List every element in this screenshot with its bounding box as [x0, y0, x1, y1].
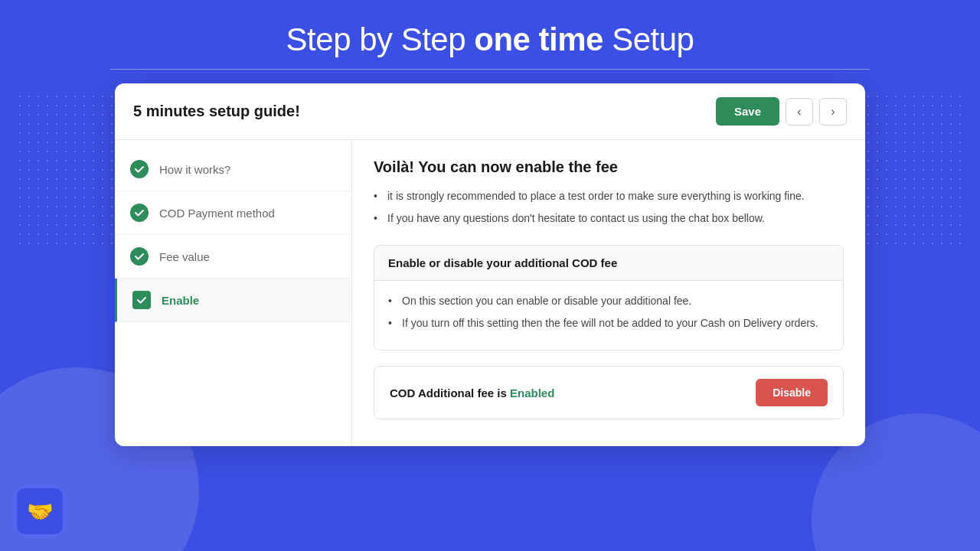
info-box-body: On this section you can enable or disabl… [374, 281, 843, 350]
sidebar-label-fee-value: Fee value [159, 250, 210, 263]
check-icon-how-it-works [130, 160, 149, 178]
intro-bullet-1: it is strongly recommended to place a te… [374, 188, 844, 204]
page-header: Step by Step one time Setup [0, 0, 980, 83]
card-header: 5 minutes setup guide! Save ‹ › [115, 83, 865, 140]
card-title: 5 minutes setup guide! [133, 103, 300, 120]
next-button[interactable]: › [819, 98, 847, 126]
card-actions: Save ‹ › [716, 97, 847, 126]
sidebar-label-cod-payment: COD Payment method [159, 207, 275, 220]
sidebar-label-enable: Enable [162, 294, 199, 307]
status-enabled-word: Enabled [510, 386, 554, 399]
info-box-header: Enable or disable your additional COD fe… [374, 246, 843, 281]
info-bullet-2: If you turn off this setting then the fe… [388, 315, 829, 331]
info-bullet-list: On this section you can enable or disabl… [388, 293, 829, 331]
sidebar-item-how-it-works[interactable]: How it works? [115, 148, 351, 191]
sidebar: How it works? COD Payment method Fee val… [115, 140, 352, 446]
card-body: How it works? COD Payment method Fee val… [115, 140, 865, 446]
status-text: COD Additional fee is Enabled [390, 386, 554, 399]
sidebar-label-how-it-works: How it works? [159, 163, 230, 176]
info-bullet-1: On this section you can enable or disabl… [388, 293, 829, 309]
app-icon: 🤝 [15, 487, 64, 536]
page-title: Step by Step one time Setup [15, 21, 965, 58]
intro-bullet-list: it is strongly recommended to place a te… [374, 188, 844, 227]
info-box: Enable or disable your additional COD fe… [374, 245, 844, 350]
sidebar-item-cod-payment[interactable]: COD Payment method [115, 191, 351, 235]
sidebar-item-enable[interactable]: Enable [115, 279, 351, 322]
check-icon-enable [132, 291, 151, 309]
status-box: COD Additional fee is Enabled Disable [374, 366, 844, 419]
save-button[interactable]: Save [716, 97, 779, 126]
section-title: Voilà! You can now enable the fee [374, 158, 844, 176]
main-content: Voilà! You can now enable the fee it is … [352, 140, 865, 446]
check-icon-cod-payment [130, 204, 149, 222]
intro-bullet-2: If you have any questions don't hesitate… [374, 210, 844, 227]
prev-button[interactable]: ‹ [786, 98, 813, 126]
disable-button[interactable]: Disable [756, 379, 828, 406]
check-icon-fee-value [130, 247, 149, 266]
sidebar-item-fee-value[interactable]: Fee value [115, 235, 351, 279]
setup-card: 5 minutes setup guide! Save ‹ › How it w… [115, 83, 865, 446]
header-divider [110, 69, 870, 70]
